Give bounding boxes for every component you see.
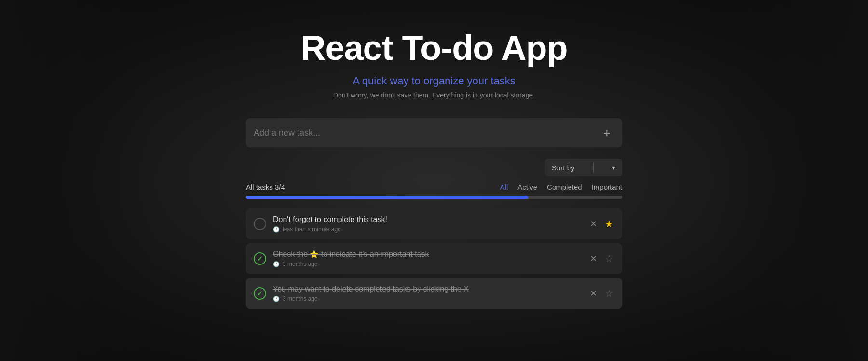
task-list: Don't forget to complete this task! 🕐 le…: [246, 208, 622, 313]
add-task-input[interactable]: [254, 128, 599, 138]
task-item: Don't forget to complete this task! 🕐 le…: [246, 208, 622, 239]
task-meta: 🕐 3 months ago: [273, 261, 582, 267]
filter-tab-all[interactable]: All: [500, 181, 508, 193]
controls-row: Sort by ▾: [246, 159, 622, 176]
task-text: Don't forget to complete this task!: [273, 215, 582, 224]
task-checkbox[interactable]: [254, 287, 266, 300]
progress-bar: [246, 196, 622, 199]
task-timestamp: 3 months ago: [283, 295, 318, 302]
filter-tabs: All Active Completed Important: [500, 181, 622, 193]
task-meta: 🕐 3 months ago: [273, 295, 582, 302]
sort-dropdown[interactable]: Sort by ▾: [545, 159, 622, 176]
filter-tab-important[interactable]: Important: [592, 181, 622, 193]
add-task-bar: +: [246, 118, 622, 147]
task-checkbox[interactable]: [254, 252, 266, 265]
chevron-down-icon: ▾: [612, 164, 615, 171]
clock-icon: 🕐: [273, 226, 280, 233]
task-text: You may want to delete completed tasks b…: [273, 285, 582, 293]
task-delete-button[interactable]: ✕: [589, 253, 598, 264]
task-item: You may want to delete completed tasks b…: [246, 278, 622, 309]
app-title: React To-do App: [246, 29, 622, 67]
task-checkbox[interactable]: [254, 218, 266, 230]
task-timestamp: 3 months ago: [283, 261, 318, 267]
app-description: Don't worry, we don't save them. Everyth…: [246, 91, 622, 99]
add-task-button[interactable]: +: [599, 125, 614, 141]
task-actions: ✕ ☆: [589, 288, 614, 299]
app-subtitle: A quick way to organize your tasks: [246, 75, 622, 87]
tasks-header: All tasks 3/4 All Active Completed Impor…: [246, 181, 622, 193]
filter-tab-active[interactable]: Active: [517, 181, 537, 193]
sort-label: Sort by: [552, 164, 575, 172]
task-content: You may want to delete completed tasks b…: [273, 285, 582, 302]
progress-bar-fill: [246, 196, 528, 199]
clock-icon: 🕐: [273, 296, 280, 302]
task-star-button[interactable]: ☆: [604, 253, 614, 264]
sort-divider: [593, 163, 594, 172]
task-meta: 🕐 less than a minute ago: [273, 226, 582, 233]
inline-star-icon: ⭐: [310, 250, 319, 258]
clock-icon: 🕐: [273, 261, 280, 267]
task-actions: ✕ ★: [589, 218, 614, 230]
task-timestamp: less than a minute ago: [283, 226, 341, 233]
task-text: Check the ⭐ to indicate it's an importan…: [273, 250, 582, 259]
filter-tab-completed[interactable]: Completed: [547, 181, 582, 193]
tasks-count: All tasks 3/4: [246, 183, 285, 191]
task-content: Check the ⭐ to indicate it's an importan…: [273, 250, 582, 267]
task-delete-button[interactable]: ✕: [589, 219, 598, 229]
task-star-button[interactable]: ☆: [604, 288, 614, 299]
task-actions: ✕ ☆: [589, 253, 614, 264]
task-item: Check the ⭐ to indicate it's an importan…: [246, 243, 622, 274]
task-content: Don't forget to complete this task! 🕐 le…: [273, 215, 582, 233]
task-delete-button[interactable]: ✕: [589, 288, 598, 299]
task-star-button[interactable]: ★: [604, 218, 614, 230]
